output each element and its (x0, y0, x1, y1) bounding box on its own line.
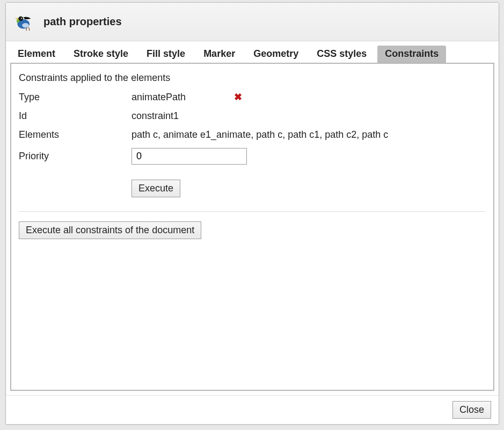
dialog-footer: Close (6, 395, 499, 424)
divider (19, 211, 486, 212)
label-priority: Priority (19, 151, 132, 162)
path-properties-dialog: path properties Element Stroke style Fil… (5, 2, 499, 425)
tab-geometry[interactable]: Geometry (246, 46, 306, 63)
label-id: Id (19, 110, 132, 122)
bird-icon (13, 11, 35, 33)
tab-element[interactable]: Element (10, 46, 63, 63)
execute-button[interactable]: Execute (132, 180, 180, 197)
row-priority: Priority (19, 148, 486, 165)
execute-all-button[interactable]: Execute all constraints of the document (19, 221, 201, 239)
label-elements: Elements (19, 129, 132, 140)
tab-css-styles[interactable]: CSS styles (309, 46, 374, 63)
dialog-header: path properties (6, 3, 499, 41)
value-type: animatePath (132, 92, 186, 103)
tab-constraints[interactable]: Constraints (377, 46, 446, 63)
dialog-title: path properties (43, 16, 122, 28)
delete-constraint-icon[interactable]: ✖ (234, 91, 242, 103)
row-type: Type animatePath ✖ (19, 91, 486, 103)
value-id: constraint1 (132, 110, 486, 122)
tab-marker[interactable]: Marker (196, 46, 243, 63)
label-type: Type (19, 92, 132, 103)
constraints-heading: Constraints applied to the elements (19, 72, 486, 84)
value-elements: path c, animate e1_animate, path c, path… (132, 129, 486, 140)
constraints-panel: Constraints applied to the elements Type… (10, 63, 494, 391)
priority-input[interactable] (132, 148, 247, 165)
tab-strip: Element Stroke style Fill style Marker G… (6, 41, 499, 63)
svg-point-2 (21, 18, 22, 19)
row-elements: Elements path c, animate e1_animate, pat… (19, 129, 486, 140)
svg-point-3 (22, 23, 29, 27)
svg-point-1 (18, 16, 23, 21)
tab-stroke-style[interactable]: Stroke style (66, 46, 136, 63)
row-id: Id constraint1 (19, 110, 486, 122)
close-button[interactable]: Close (452, 401, 491, 419)
tab-fill-style[interactable]: Fill style (139, 46, 193, 63)
